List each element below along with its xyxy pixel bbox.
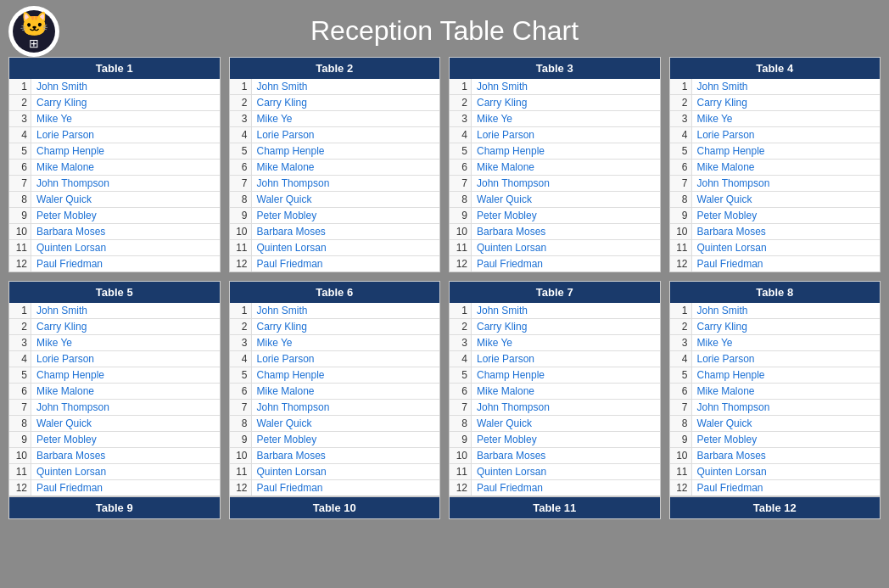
row-name: John Thompson bbox=[692, 400, 881, 415]
row-number: 4 bbox=[670, 127, 692, 143]
table-row: 9Peter Mobley bbox=[9, 432, 220, 448]
table-row: 6Mike Malone bbox=[450, 160, 660, 176]
table-row: 3Mike Ye bbox=[450, 335, 660, 351]
table-row: 12Paul Friedman bbox=[9, 480, 220, 496]
table-row: 10Barbara Moses bbox=[450, 448, 660, 464]
row-name: Mike Ye bbox=[31, 111, 220, 126]
row-number: 12 bbox=[450, 256, 472, 272]
row-number: 5 bbox=[450, 367, 472, 383]
table-row: 3Mike Ye bbox=[230, 335, 440, 351]
table-row: 6Mike Malone bbox=[670, 160, 881, 176]
page-header: 🐱 ⊞ Reception Table Chart bbox=[8, 8, 881, 57]
row-name: Barbara Moses bbox=[31, 224, 220, 239]
row-number: 11 bbox=[670, 240, 692, 255]
table-row: 3Mike Ye bbox=[670, 335, 881, 351]
row-number: 1 bbox=[450, 79, 472, 94]
table-row: 12Paul Friedman bbox=[230, 256, 440, 272]
table-row: 1John Smith bbox=[450, 303, 660, 319]
table-row: 11Quinten Lorsan bbox=[9, 240, 220, 256]
row-number: 8 bbox=[9, 192, 31, 207]
row-name: Paul Friedman bbox=[692, 256, 881, 272]
table-header-11: Table 11 bbox=[450, 497, 660, 518]
row-name: Champ Henple bbox=[692, 143, 881, 159]
table-row: 5Champ Henple bbox=[230, 367, 440, 384]
row-name: Paul Friedman bbox=[31, 480, 220, 496]
row-name: Carry Kling bbox=[31, 319, 220, 334]
table-row: 11Quinten Lorsan bbox=[670, 240, 881, 256]
row-number: 1 bbox=[670, 303, 692, 318]
table-header-8: Table 8 bbox=[670, 282, 881, 303]
table-row: 7John Thompson bbox=[670, 176, 881, 192]
table-row: 6Mike Malone bbox=[9, 384, 220, 400]
row-number: 12 bbox=[670, 480, 692, 496]
row-name: Paul Friedman bbox=[472, 256, 660, 272]
row-number: 8 bbox=[450, 192, 472, 207]
row-name: Paul Friedman bbox=[31, 256, 220, 272]
table-row: 2Carry Kling bbox=[230, 95, 440, 111]
table-card-6: Table 61John Smith2Carry Kling3Mike Ye4L… bbox=[229, 281, 441, 496]
table-row: 5Champ Henple bbox=[9, 143, 220, 160]
row-name: Paul Friedman bbox=[252, 480, 440, 496]
row-number: 10 bbox=[9, 224, 31, 239]
table-row: 12Paul Friedman bbox=[9, 256, 220, 272]
row-name: Champ Henple bbox=[252, 143, 440, 159]
table-row: 2Carry Kling bbox=[670, 319, 881, 335]
row-number: 11 bbox=[230, 464, 252, 479]
table-row: 1John Smith bbox=[670, 79, 881, 95]
table-row: 1John Smith bbox=[230, 303, 440, 319]
row-number: 10 bbox=[450, 448, 472, 463]
row-name: Barbara Moses bbox=[472, 448, 660, 463]
row-name: Mike Malone bbox=[252, 160, 440, 175]
table-row: 1John Smith bbox=[9, 303, 220, 319]
row-number: 7 bbox=[9, 176, 31, 191]
row-name: Carry Kling bbox=[692, 319, 881, 334]
table-card-2: Table 21John Smith2Carry Kling3Mike Ye4L… bbox=[229, 57, 441, 272]
row-number: 9 bbox=[670, 432, 692, 447]
row-name: Carry Kling bbox=[252, 319, 440, 334]
row-number: 11 bbox=[9, 240, 31, 255]
row-name: Peter Mobley bbox=[472, 432, 660, 447]
row-name: Quinten Lorsan bbox=[692, 464, 881, 479]
row-name: John Smith bbox=[252, 303, 440, 318]
table-row: 10Barbara Moses bbox=[230, 448, 440, 464]
table-row: 6Mike Malone bbox=[230, 384, 440, 400]
row-name: John Thompson bbox=[252, 176, 440, 191]
table-row: 4Lorie Parson bbox=[9, 351, 220, 367]
table-card-3: Table 31John Smith2Carry Kling3Mike Ye4L… bbox=[449, 57, 661, 272]
row-name: John Thompson bbox=[31, 400, 220, 415]
row-name: Peter Mobley bbox=[692, 208, 881, 223]
row-name: Champ Henple bbox=[472, 367, 660, 383]
row-number: 4 bbox=[230, 351, 252, 367]
row-number: 2 bbox=[9, 95, 31, 110]
row-name: Lorie Parson bbox=[31, 127, 220, 143]
row-number: 5 bbox=[670, 367, 692, 383]
row-name: Lorie Parson bbox=[472, 351, 660, 367]
row-number: 3 bbox=[9, 335, 31, 350]
table-row: 1John Smith bbox=[450, 79, 660, 95]
row-name: Waler Quick bbox=[252, 416, 440, 431]
table-header-1: Table 1 bbox=[9, 58, 220, 79]
table-row: 4Lorie Parson bbox=[450, 351, 660, 367]
table-row: 5Champ Henple bbox=[450, 143, 660, 160]
row-name: Paul Friedman bbox=[252, 256, 440, 272]
row-number: 7 bbox=[230, 400, 252, 415]
table-row: 3Mike Ye bbox=[230, 111, 440, 127]
table-row: 7John Thompson bbox=[450, 400, 660, 416]
row-number: 11 bbox=[450, 464, 472, 479]
row-number: 10 bbox=[670, 224, 692, 239]
row-number: 11 bbox=[9, 464, 31, 479]
table-header-12: Table 12 bbox=[670, 497, 881, 518]
table-row: 8Waler Quick bbox=[9, 192, 220, 208]
table-row: 11Quinten Lorsan bbox=[450, 240, 660, 256]
row-number: 1 bbox=[230, 79, 252, 94]
row-name: Quinten Lorsan bbox=[692, 240, 881, 255]
row-name: John Thompson bbox=[472, 400, 660, 415]
row-number: 6 bbox=[450, 160, 472, 175]
table-row: 3Mike Ye bbox=[670, 111, 881, 127]
row-name: Carry Kling bbox=[31, 95, 220, 110]
table-card-7: Table 71John Smith2Carry Kling3Mike Ye4L… bbox=[449, 281, 661, 496]
table-row: 9Peter Mobley bbox=[450, 432, 660, 448]
row-name: Quinten Lorsan bbox=[472, 464, 660, 479]
table-row: 7John Thompson bbox=[230, 176, 440, 192]
row-name: Barbara Moses bbox=[252, 448, 440, 463]
